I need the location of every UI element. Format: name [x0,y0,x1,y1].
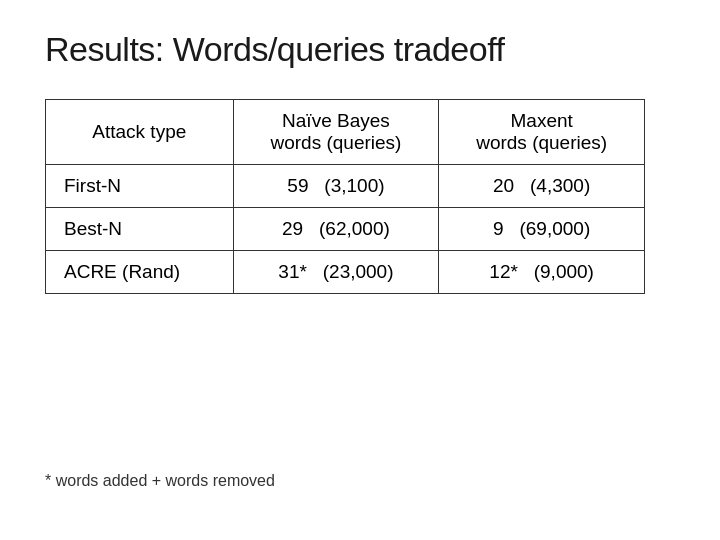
mx-firstn-queries: (4,300) [530,175,590,196]
naive-bayes-label-line2: words (queries) [270,132,401,153]
mx-bestn-words: 9 [493,218,504,239]
table-row: First-N 59 (3,100) 20 (4,300) [46,165,645,208]
mx-firstn-cell: 20 (4,300) [439,165,645,208]
attack-name-acre: ACRE (Rand) [46,251,234,294]
mx-acre-words: 12* [489,261,518,282]
table-header-row: Attack type Naïve Bayes words (queries) … [46,100,645,165]
nb-firstn-queries: (3,100) [324,175,384,196]
maxent-label-line2: words (queries) [476,132,607,153]
col-attack-type-header: Attack type [46,100,234,165]
nb-firstn-words: 59 [287,175,308,196]
table-row: Best-N 29 (62,000) 9 (69,000) [46,208,645,251]
nb-acre-queries: (23,000) [323,261,394,282]
nb-firstn-cell: 59 (3,100) [233,165,439,208]
mx-acre-queries: (9,000) [534,261,594,282]
mx-bestn-queries: (69,000) [519,218,590,239]
nb-bestn-words: 29 [282,218,303,239]
naive-bayes-label-line1: Naïve Bayes [282,110,390,131]
footnote: * words added + words removed [45,472,275,490]
nb-bestn-cell: 29 (62,000) [233,208,439,251]
col-maxent-header: Maxent words (queries) [439,100,645,165]
mx-bestn-cell: 9 (69,000) [439,208,645,251]
nb-acre-words: 31* [278,261,307,282]
slide-title: Results: Words/queries tradeoff [45,30,675,69]
mx-firstn-words: 20 [493,175,514,196]
maxent-label-line1: Maxent [510,110,572,131]
nb-bestn-queries: (62,000) [319,218,390,239]
table-row: ACRE (Rand) 31* (23,000) 12* (9,000) [46,251,645,294]
table-container: Attack type Naïve Bayes words (queries) … [45,99,675,294]
slide: Results: Words/queries tradeoff Attack t… [0,0,720,540]
col-naive-bayes-header: Naïve Bayes words (queries) [233,100,439,165]
mx-acre-cell: 12* (9,000) [439,251,645,294]
attack-name-bestn: Best-N [46,208,234,251]
results-table: Attack type Naïve Bayes words (queries) … [45,99,645,294]
nb-acre-cell: 31* (23,000) [233,251,439,294]
attack-name-firstn: First-N [46,165,234,208]
